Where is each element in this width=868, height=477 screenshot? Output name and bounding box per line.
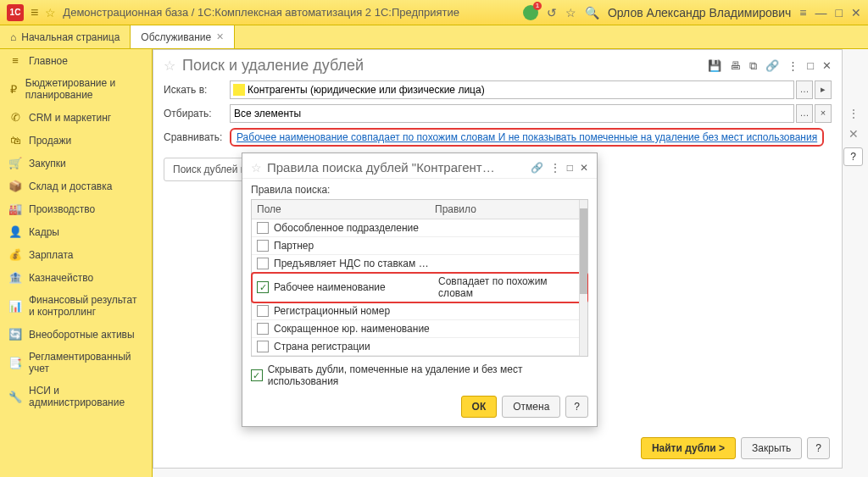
cycle-icon: 🔄 bbox=[8, 328, 22, 341]
table-row[interactable]: Страна регистрации bbox=[252, 338, 587, 356]
home-icon: ⌂ bbox=[10, 31, 16, 43]
star-icon[interactable]: ☆ bbox=[45, 6, 56, 19]
sidebar-item-label: Продажи bbox=[29, 135, 71, 147]
find-duplicates-button[interactable]: Найти дубли > bbox=[641, 437, 736, 459]
row-filter: Отбирать: … × bbox=[153, 102, 842, 125]
search-in-open[interactable]: ▸ bbox=[815, 80, 832, 99]
table-row[interactable]: Предъявляет НДС по ставкам 4% … bbox=[252, 255, 587, 273]
crm-icon: ✆ bbox=[8, 111, 22, 124]
star-icon[interactable]: ☆ bbox=[164, 58, 175, 74]
checkbox-icon[interactable]: ✓ bbox=[257, 281, 269, 293]
help-modal-button[interactable]: ? bbox=[565, 396, 588, 418]
close-window-icon[interactable]: ✕ bbox=[851, 6, 861, 19]
favorite-icon[interactable]: ☆ bbox=[565, 6, 576, 19]
row-compare: Сравнивать: Рабочее наименование совпада… bbox=[153, 125, 842, 149]
maximize-icon[interactable]: □ bbox=[836, 6, 843, 19]
checkbox-icon[interactable] bbox=[257, 323, 269, 335]
sidebar-item-main[interactable]: ≡Главное bbox=[0, 49, 152, 72]
modal-header: ☆ Правила поиска дублей "Контрагент… 🔗 ⋮… bbox=[242, 153, 597, 179]
sidebar-item-sales[interactable]: 🛍Продажи bbox=[0, 129, 152, 152]
rules-table: Поле Правило Обособленное подразделениеП… bbox=[251, 199, 588, 357]
user-dropdown-icon[interactable]: ≡ bbox=[799, 6, 806, 19]
search-icon[interactable]: 🔍 bbox=[585, 6, 599, 19]
copy-icon[interactable]: ⧉ bbox=[749, 59, 757, 73]
factory-icon: 🏭 bbox=[8, 202, 22, 215]
close-button[interactable]: Закрыть bbox=[741, 437, 802, 459]
menu-icon[interactable]: ≡ bbox=[31, 5, 38, 20]
history-icon[interactable]: ↺ bbox=[547, 6, 557, 19]
sidebar-item-payroll[interactable]: 💰Зарплата bbox=[0, 243, 152, 266]
budget-icon: ₽ bbox=[8, 83, 19, 96]
notify-icon[interactable] bbox=[523, 5, 538, 20]
cancel-button[interactable]: Отмена bbox=[502, 396, 560, 418]
panel-tools: 💾 🖶 ⧉ 🔗 ⋮ □ ✕ bbox=[708, 59, 832, 73]
table-row[interactable]: Сокращенное юр. наименование bbox=[252, 320, 587, 338]
sidebar-item-treasury[interactable]: 🏦Казначейство bbox=[0, 266, 152, 289]
tab-home[interactable]: ⌂ Начальная страница bbox=[0, 25, 131, 48]
rule-cell: Совпадает по похожим словам bbox=[438, 275, 582, 299]
checkbox-icon[interactable] bbox=[257, 222, 269, 234]
maximize-icon[interactable]: □ bbox=[567, 162, 573, 174]
filter-clear[interactable]: × bbox=[815, 104, 832, 123]
modal-tools: 🔗 ⋮ □ ✕ bbox=[531, 162, 588, 174]
sidebar-item-assets[interactable]: 🔄Внеоборотные активы bbox=[0, 323, 152, 346]
scrollbar-thumb[interactable] bbox=[580, 208, 587, 294]
sidebar-item-budgeting[interactable]: ₽Бюджетирование и планирование bbox=[0, 72, 152, 106]
help-button[interactable]: ? bbox=[843, 147, 863, 166]
sidebar-item-label: Финансовый результат и контроллинг bbox=[29, 294, 143, 318]
sidebar-item-nsi[interactable]: 🔧НСИ и администрирование bbox=[0, 380, 152, 413]
link-icon[interactable]: 🔗 bbox=[765, 59, 779, 73]
table-row[interactable]: Регистрационный номер bbox=[252, 302, 587, 320]
modal-footer: ОК Отмена ? bbox=[242, 396, 597, 426]
checkbox-icon[interactable] bbox=[257, 240, 269, 252]
sidebar-item-label: Бюджетирование и планирование bbox=[25, 77, 143, 101]
more-panel-icon[interactable]: ⋮ bbox=[787, 59, 798, 73]
sidebar: ≡Главное ₽Бюджетирование и планирование … bbox=[0, 49, 153, 477]
checkbox-icon[interactable] bbox=[257, 341, 269, 352]
table-row[interactable]: Обособленное подразделение bbox=[252, 219, 587, 237]
user-name[interactable]: Орлов Александр Владимирович bbox=[608, 6, 791, 19]
compare-link[interactable]: Рабочее наименование совпадает по похожи… bbox=[236, 131, 817, 143]
search-in-ellipsis[interactable]: … bbox=[796, 80, 813, 99]
tab-maintenance[interactable]: Обслуживание ✕ bbox=[131, 25, 235, 48]
print-icon[interactable]: 🖶 bbox=[730, 59, 741, 73]
table-row[interactable]: ✓Рабочее наименованиеСовпадает по похожи… bbox=[252, 273, 587, 302]
search-in-input[interactable] bbox=[230, 80, 794, 99]
close-modal-icon[interactable]: ✕ bbox=[580, 162, 588, 174]
sidebar-item-production[interactable]: 🏭Производство bbox=[0, 197, 152, 220]
sidebar-item-crm[interactable]: ✆CRM и маркетинг bbox=[0, 106, 152, 129]
filter-ellipsis[interactable]: … bbox=[796, 104, 813, 123]
sidebar-item-finance[interactable]: 📊Финансовый результат и контроллинг bbox=[0, 289, 152, 323]
close-content-icon[interactable]: ✕ bbox=[849, 127, 859, 141]
sidebar-item-hr[interactable]: 👤Кадры bbox=[0, 220, 152, 243]
help-panel-button[interactable]: ? bbox=[807, 437, 830, 459]
sidebar-item-label: Производство bbox=[29, 203, 95, 215]
save-icon[interactable]: 💾 bbox=[708, 59, 721, 73]
star-icon[interactable]: ☆ bbox=[251, 161, 262, 175]
checkbox-icon[interactable] bbox=[257, 305, 269, 317]
checkbox-icon[interactable] bbox=[257, 258, 269, 269]
table-row[interactable]: Партнер bbox=[252, 237, 587, 255]
sidebar-item-warehouse[interactable]: 📦Склад и доставка bbox=[0, 175, 152, 197]
panel-title: Поиск и удаление дублей bbox=[182, 57, 701, 75]
close-panel-icon[interactable]: ✕ bbox=[822, 59, 832, 73]
row-search-in: Искать в: … ▸ bbox=[153, 78, 842, 102]
sidebar-item-regulated[interactable]: 📑Регламентированный учет bbox=[0, 346, 152, 380]
more-icon[interactable]: ⋮ bbox=[550, 162, 560, 174]
scrollbar[interactable] bbox=[579, 200, 587, 356]
compare-highlight: Рабочее наименование совпадает по похожи… bbox=[230, 128, 824, 147]
filter-input[interactable] bbox=[230, 104, 794, 123]
sidebar-item-purchases[interactable]: 🛒Закупки bbox=[0, 152, 152, 175]
sidebar-item-label: Зарплата bbox=[29, 249, 74, 261]
minimize-icon[interactable]: — bbox=[815, 6, 827, 19]
modal-title: Правила поиска дублей "Контрагент… bbox=[267, 160, 526, 175]
checkbox-icon[interactable]: ✓ bbox=[251, 369, 263, 381]
hide-deleted-option[interactable]: ✓ Скрывать дубли, помеченные на удаление… bbox=[251, 363, 588, 387]
filter-label: Отбирать: bbox=[164, 108, 225, 119]
more-icon[interactable]: ⋮ bbox=[848, 107, 860, 120]
cart-icon: 🛒 bbox=[8, 157, 22, 169]
ok-button[interactable]: ОК bbox=[461, 396, 498, 418]
maximize-panel-icon[interactable]: □ bbox=[807, 59, 814, 73]
tab-close-icon[interactable]: ✕ bbox=[216, 31, 224, 42]
link-icon[interactable]: 🔗 bbox=[531, 162, 543, 174]
